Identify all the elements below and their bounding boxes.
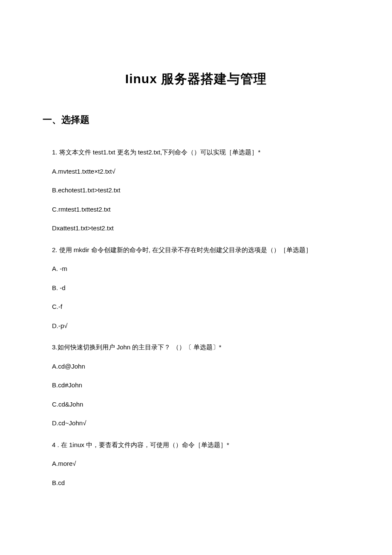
option-b: B.cd — [43, 478, 349, 488]
document-title: Iinux 服务器搭建与管理 — [43, 70, 349, 88]
option-d: D.-p√ — [43, 321, 349, 331]
option-a: A. -m — [43, 264, 349, 274]
section-header: 一、选择题 — [43, 113, 349, 126]
option-a: A.more√ — [43, 459, 349, 469]
question-prompt: 2. 使用 mkdir 命令创建新的命令时, 在父目录不存在时先创建父目录的选项… — [43, 245, 349, 255]
option-b: B.echotest1.txt>test2.txt — [43, 186, 349, 195]
question-3: 3.如何快速切换到用户 John 的主目录下？ （）〔 单选题〕* A.cd@J… — [43, 343, 349, 428]
option-b: B.cd#John — [43, 381, 349, 390]
question-4: 4 . 在 1inux 中，要杳看文件内容，可使用（）命令［单选题］* A.mo… — [43, 440, 349, 488]
option-d: D.cd~John√ — [43, 418, 349, 428]
option-c: C.cd&John — [43, 400, 349, 410]
option-a: A.cd@John — [43, 362, 349, 372]
question-1: 1. 将文本文件 test1.txt 更名为 test2.txt,下列命令（）可… — [43, 148, 349, 233]
question-prompt: 4 . 在 1inux 中，要杳看文件内容，可使用（）命令［单选题］* — [43, 440, 349, 450]
question-prompt: 1. 将文本文件 test1.txt 更名为 test2.txt,下列命令（）可… — [43, 148, 349, 157]
option-c: C.rmtest1.txttest2.txt — [43, 205, 349, 215]
question-2: 2. 使用 mkdir 命令创建新的命令时, 在父目录不存在时先创建父目录的选项… — [43, 245, 349, 331]
option-a: A.mvtest1.txtte×t2.txt√ — [43, 167, 349, 177]
question-prompt: 3.如何快速切换到用户 John 的主目录下？ （）〔 单选题〕* — [43, 343, 349, 352]
option-c: C.-f — [43, 302, 349, 312]
option-b: B. -d — [43, 283, 349, 293]
option-d: Dxattest1.txt>test2.txt — [43, 224, 349, 233]
